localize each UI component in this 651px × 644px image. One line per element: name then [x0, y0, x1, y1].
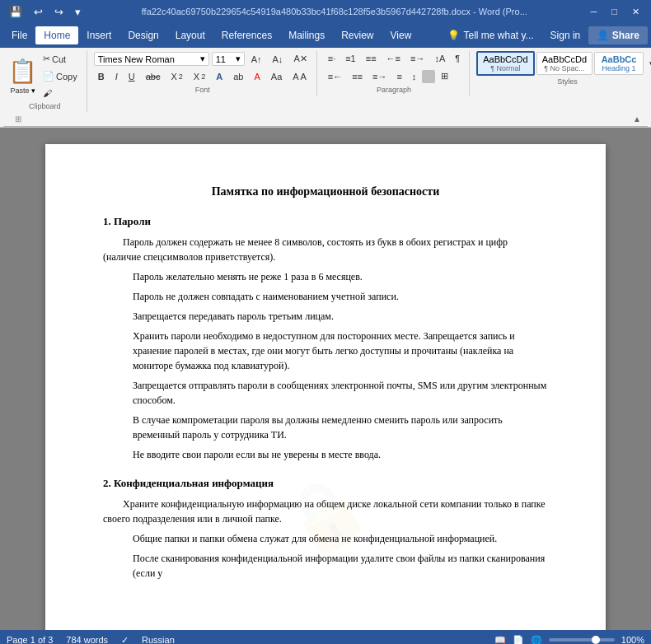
cut-button[interactable]: ✂ Cut — [39, 51, 82, 67]
sort-button[interactable]: ↕A — [430, 51, 449, 66]
line-spacing-button[interactable]: ↕ — [408, 69, 421, 84]
font-dropdown-icon: ▾ — [200, 54, 205, 64]
menu-design[interactable]: Design — [119, 26, 166, 44]
close-button[interactable]: ✕ — [627, 5, 644, 19]
justify-button[interactable]: ≡ — [392, 69, 405, 84]
signin-button[interactable]: Sign in — [542, 26, 589, 44]
section-1-para-5: Запрещается отправлять пароли в сообщени… — [133, 378, 548, 408]
font-color-button[interactable]: A — [250, 69, 264, 84]
brush-icon: 🖌 — [43, 88, 52, 98]
style-normal-label: ¶ Normal — [483, 64, 527, 72]
style-nospace[interactable]: AaBbCcDd ¶ No Spac... — [536, 52, 592, 75]
font-size-selector[interactable]: 11 ▾ — [212, 52, 245, 66]
increase-indent-button[interactable]: ≡→ — [406, 51, 429, 66]
clipboard-label: Clipboard — [29, 102, 61, 110]
view-read-icon[interactable]: 📖 — [494, 635, 506, 645]
section-1-para-2: Пароль не должен совпадать с наименовани… — [133, 289, 548, 304]
view-web-icon[interactable]: 🌐 — [531, 635, 542, 645]
superscript-button[interactable]: X2 — [190, 69, 209, 84]
strikethrough-button[interactable]: abc — [142, 69, 165, 84]
align-right-button[interactable]: ≡→ — [368, 69, 391, 84]
word-count: 784 words — [66, 635, 108, 644]
menu-view[interactable]: View — [382, 26, 420, 44]
paste-area: 📋 Paste ▾ — [8, 58, 37, 95]
clear-format-button[interactable]: A✕ — [289, 51, 311, 67]
document-area: 🔒 Памятка по информационной безопасности… — [0, 128, 651, 630]
align-center-button[interactable]: ≡≡ — [348, 69, 367, 84]
document-title: ffa22c40ac69750b229654c54919a480b33bc41f… — [83, 7, 586, 16]
italic-button[interactable]: I — [111, 69, 122, 84]
menu-references[interactable]: References — [213, 26, 280, 44]
paste-icon[interactable]: 📋 — [8, 58, 37, 85]
minimize-button[interactable]: ─ — [586, 5, 602, 18]
font-label: Font — [195, 86, 210, 94]
style-normal[interactable]: AaBbCcDd ¶ Normal — [476, 51, 534, 76]
bullets-button[interactable]: ≡· — [324, 51, 340, 66]
multilevel-button[interactable]: ≡≡ — [362, 51, 381, 66]
menu-layout[interactable]: Layout — [167, 26, 213, 44]
style-heading1-label: Heading 1 — [600, 64, 638, 72]
tell-me-input[interactable]: 💡 Tell me what y... — [439, 26, 541, 44]
menu-insert[interactable]: Insert — [78, 26, 119, 44]
spell-check-icon[interactable]: ✓ — [121, 635, 129, 645]
menu-mailings[interactable]: Mailings — [280, 26, 333, 44]
font-size-aa-button[interactable]: A A — [288, 69, 311, 84]
styles-label: Styles — [557, 77, 578, 86]
language-indicator[interactable]: Russian — [142, 635, 175, 644]
maximize-button[interactable]: □ — [607, 5, 622, 18]
customize-icon[interactable]: ▾ — [73, 4, 83, 20]
window-controls: ─ □ ✕ — [586, 5, 644, 19]
status-bar: Page 1 of 3 784 words ✓ Russian 📖 📄 🌐 10… — [0, 630, 651, 644]
styles-group: AaBbCcDd ¶ Normal AaBbCcDd ¶ No Spac... … — [471, 51, 651, 87]
style-heading1[interactable]: AaBbCc Heading 1 — [594, 52, 644, 75]
ribbon: 📋 Paste ▾ ✂ Cut 📄 Copy 🖌 Clipboard — [0, 48, 651, 128]
styles-section: AaBbCcDd ¶ Normal AaBbCcDd ¶ No Spac... … — [476, 51, 651, 76]
copy-button[interactable]: 📄 Copy — [39, 68, 82, 84]
subscript-button[interactable]: X2 — [166, 69, 186, 84]
change-case-button[interactable]: Aa — [267, 69, 286, 84]
menu-file[interactable]: File — [3, 26, 35, 44]
shading-button[interactable] — [422, 70, 435, 83]
bold-button[interactable]: B — [94, 69, 109, 84]
font-size-dropdown-icon: ▾ — [236, 54, 241, 64]
lightbulb-icon: 💡 — [447, 30, 460, 41]
section-2-para-1: Общие папки и папки обмена служат для об… — [133, 531, 548, 546]
decrease-indent-button[interactable]: ←≡ — [382, 51, 405, 66]
section-2-para-2: После сканирования конфиденциальной инфо… — [133, 551, 548, 581]
view-layout-icon[interactable]: 📄 — [513, 635, 524, 645]
share-button[interactable]: 👤 Share — [588, 26, 648, 44]
undo-icon[interactable]: ↩ — [31, 4, 45, 20]
text-effects-button[interactable]: A — [212, 69, 227, 84]
more-styles-button[interactable]: ▾ — [645, 56, 651, 72]
clipboard-actions: ✂ Cut 📄 Copy 🖌 — [39, 51, 82, 100]
decrease-font-button[interactable]: A↓ — [269, 52, 288, 67]
style-heading1-preview: AaBbCc — [600, 54, 638, 64]
collapse-ribbon-button[interactable]: ▲ — [630, 114, 644, 124]
menu-home[interactable]: Home — [35, 26, 78, 44]
section-1-para-4: Хранить пароли необходимо в недоступном … — [133, 329, 548, 373]
paste-dropdown[interactable]: ▾ — [31, 86, 35, 95]
document-page[interactable]: 🔒 Памятка по информационной безопасности… — [45, 144, 606, 630]
align-left-button[interactable]: ≡← — [324, 69, 346, 84]
menu-bar: File Home Insert Design Layout Reference… — [0, 23, 651, 48]
font-group: Times New Roman ▾ 11 ▾ A↑ A↓ A✕ B I U ab… — [89, 51, 317, 96]
section-1-para-7: Не вводите свои пароли если вы не уверен… — [133, 447, 548, 462]
clipboard-group: 📋 Paste ▾ ✂ Cut 📄 Copy 🖌 Clipboard — [3, 51, 87, 112]
redo-icon[interactable]: ↪ — [52, 4, 66, 20]
title-bar: 💾 ↩ ↪ ▾ ffa22c40ac69750b229654c54919a480… — [0, 0, 651, 23]
paragraph-group: ≡· ≡1 ≡≡ ←≡ ≡→ ↕A ¶ ≡← ≡≡ ≡→ ≡ ↕ ⊞ — [319, 51, 470, 96]
font-name-selector[interactable]: Times New Roman ▾ — [94, 52, 209, 66]
borders-button[interactable]: ⊞ — [437, 68, 452, 84]
numbering-button[interactable]: ≡1 — [341, 51, 360, 66]
menu-review[interactable]: Review — [333, 26, 382, 44]
underline-button[interactable]: U — [124, 69, 139, 84]
zoom-level: 100% — [621, 635, 644, 644]
increase-font-button[interactable]: A↑ — [247, 52, 266, 67]
zoom-slider[interactable] — [549, 638, 615, 642]
format-painter-button[interactable]: 🖌 — [39, 86, 82, 100]
save-icon[interactable]: 💾 — [7, 4, 25, 20]
highlight-button[interactable]: ab — [229, 69, 247, 84]
scissors-icon: ✂ — [43, 54, 50, 64]
page-count: Page 1 of 3 — [7, 635, 53, 644]
show-formatting-button[interactable]: ¶ — [451, 51, 464, 66]
